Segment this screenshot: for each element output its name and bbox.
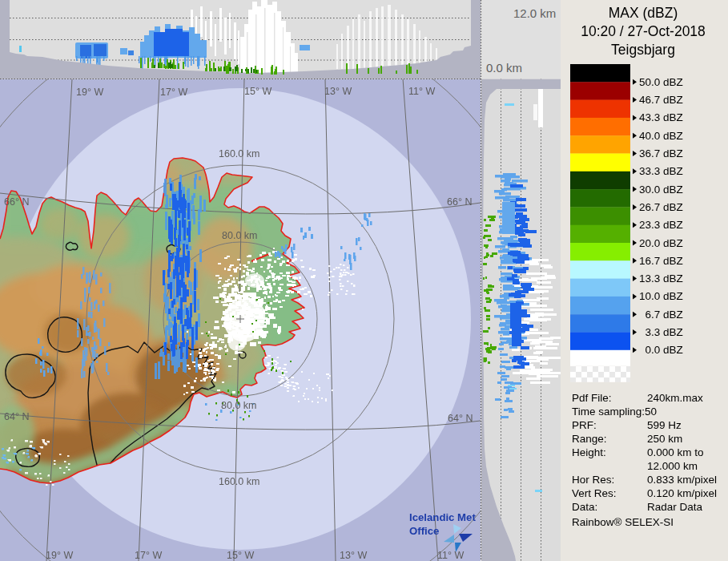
svg-text:50.0 dBZ: 50.0 dBZ [639,76,683,88]
svg-text:Pdf File:: Pdf File: [572,392,612,404]
svg-text:15° W: 15° W [244,86,271,97]
svg-text:Vert Res:: Vert Res: [572,487,617,499]
svg-text:26.7 dBZ: 26.7 dBZ [639,201,683,213]
svg-text:160.0 km: 160.0 km [219,148,259,159]
svg-text:33.3 dBZ: 33.3 dBZ [639,165,683,177]
svg-text:30.0 dBZ: 30.0 dBZ [639,184,683,196]
svg-text:12.000 km: 12.000 km [647,460,698,472]
svg-text:66° N: 66° N [4,196,29,208]
svg-text:599 Hz: 599 Hz [647,419,682,431]
svg-text:Range:: Range: [572,433,607,445]
svg-text:13° W: 13° W [324,86,352,97]
svg-text:MAX (dBZ): MAX (dBZ) [609,5,678,21]
svg-text:0.0 dBZ: 0.0 dBZ [639,344,683,356]
svg-text:240km.max: 240km.max [647,392,703,404]
svg-text:19° W: 19° W [46,550,73,561]
svg-text:11° W: 11° W [437,550,464,561]
svg-text:17° W: 17° W [135,550,162,561]
svg-text:0.833 km/pixel: 0.833 km/pixel [647,474,717,486]
svg-text:64° N: 64° N [448,413,473,424]
svg-text:11° W: 11° W [408,86,435,97]
svg-text:64° N: 64° N [4,411,29,422]
svg-text:13.3 dBZ: 13.3 dBZ [639,272,683,285]
svg-text:10.0 dBZ: 10.0 dBZ [639,290,683,302]
svg-text:10:20 / 27-Oct-2018: 10:20 / 27-Oct-2018 [581,23,706,39]
svg-text:Icelandic Met: Icelandic Met [409,511,476,523]
svg-text:Teigsbjarg: Teigsbjarg [611,42,675,58]
svg-text:Office: Office [409,525,439,537]
svg-text:Time sampling:50: Time sampling:50 [572,406,657,418]
svg-text:15° W: 15° W [227,550,254,561]
svg-text:66° N: 66° N [447,196,472,208]
svg-text:17° W: 17° W [160,87,187,98]
svg-text:Rainbow® SELEX-SI: Rainbow® SELEX-SI [572,516,674,528]
svg-text:3.3 dBZ: 3.3 dBZ [639,326,683,338]
svg-text:80.0 km: 80.0 km [222,230,257,241]
svg-text:Data:: Data: [572,501,597,513]
svg-text:23.3 dBZ: 23.3 dBZ [639,219,683,231]
svg-text:250 km: 250 km [647,433,682,445]
svg-text:Height:: Height: [572,446,606,458]
svg-text:13° W: 13° W [340,550,367,561]
svg-text:40.0 dBZ: 40.0 dBZ [639,130,683,142]
svg-text:0.000 km to: 0.000 km to [647,446,704,458]
svg-text:PRF:: PRF: [572,419,597,431]
svg-text:Hor Res:: Hor Res: [572,474,614,486]
svg-text:36.7 dBZ: 36.7 dBZ [639,147,683,159]
svg-text:19° W: 19° W [76,87,103,98]
svg-text:6.7 dBZ: 6.7 dBZ [639,309,683,321]
svg-text:0.120 km/pixel: 0.120 km/pixel [647,487,717,499]
svg-text:Radar Data: Radar Data [647,501,703,513]
svg-text:16.7 dBZ: 16.7 dBZ [639,255,683,267]
svg-text:46.7 dBZ: 46.7 dBZ [639,94,683,106]
svg-text:43.3 dBZ: 43.3 dBZ [639,111,683,123]
svg-text:20.0 dBZ: 20.0 dBZ [639,237,683,249]
svg-text:12.0 km: 12.0 km [513,6,556,20]
svg-text:0.0 km: 0.0 km [486,61,522,75]
svg-text:160.0 km: 160.0 km [219,476,259,487]
svg-text:80.0 km: 80.0 km [221,400,256,411]
